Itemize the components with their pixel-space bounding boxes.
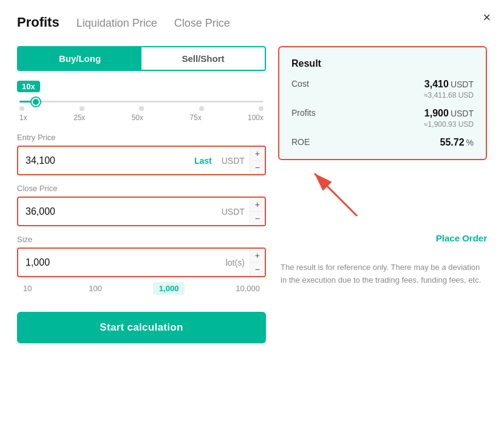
slider-dot-4 — [199, 106, 204, 111]
close-price-input[interactable] — [18, 200, 217, 223]
place-order-area: Place Order — [278, 229, 487, 247]
slider-thumb[interactable] — [32, 98, 40, 106]
entry-price-label: Entry Price — [17, 133, 266, 142]
result-label-cost: Cost — [291, 79, 309, 89]
result-cost-value: 3,410 — [424, 79, 449, 89]
close-price-increment[interactable]: + — [250, 198, 265, 212]
result-value-roe: 55.72% — [440, 137, 474, 148]
close-price-stepper: + − — [250, 198, 265, 225]
slider-dots — [19, 106, 264, 111]
trade-toggle: Buy/Long Sell/Short — [17, 46, 266, 71]
close-price-label: Close Price — [17, 184, 266, 193]
result-profits-unit: USDT — [451, 109, 474, 118]
size-increment[interactable]: + — [250, 249, 265, 263]
size-input-row: lot(s) + − — [17, 247, 266, 277]
red-arrow-svg — [296, 167, 393, 222]
slider-label-100x: 100x — [248, 113, 264, 122]
result-cost-unit: USDT — [451, 79, 474, 89]
size-decrement[interactable]: − — [250, 263, 265, 276]
close-price-input-row: USDT + − — [17, 197, 266, 226]
size-chip-10000[interactable]: 10,000 — [230, 282, 266, 295]
slider-label-1x: 1x — [19, 113, 27, 122]
entry-price-decrement[interactable]: − — [250, 161, 265, 174]
close-button[interactable]: × — [483, 11, 491, 24]
main-layout: Buy/Long Sell/Short 10x — [17, 46, 487, 343]
leverage-badge: 10x — [17, 81, 40, 92]
start-calculation-button[interactable]: Start calculation — [17, 312, 266, 343]
result-row-roe: ROE 55.72% — [291, 137, 474, 148]
arrow-annotation-area — [278, 167, 487, 222]
slider-track — [19, 101, 264, 103]
slider-dot-1 — [19, 106, 24, 111]
left-panel: Buy/Long Sell/Short 10x — [17, 46, 266, 343]
result-profits-value: 1,900 — [424, 108, 449, 118]
close-price-decrement[interactable]: − — [250, 212, 265, 225]
slider-labels: 1x 25x 50x 75x 100x — [19, 113, 264, 122]
result-roe-unit: % — [466, 138, 474, 147]
size-chip-10[interactable]: 10 — [17, 282, 38, 295]
entry-price-stepper: + − — [250, 147, 265, 174]
slider-dot-5 — [259, 106, 264, 111]
close-price-unit: USDT — [217, 207, 250, 217]
result-cost-sub: ≈3,411.68 USD — [424, 91, 474, 99]
modal-container: × Profits Liquidation Price Close Price … — [0, 0, 504, 441]
size-chip-1000[interactable]: 1,000 — [153, 282, 185, 295]
result-value-cost: 3,410USDT ≈3,411.68 USD — [424, 79, 474, 99]
slider-dot-3 — [139, 106, 144, 111]
sell-short-button[interactable]: Sell/Short — [141, 47, 265, 70]
result-label-roe: ROE — [291, 137, 310, 147]
result-row-cost: Cost 3,410USDT ≈3,411.68 USD — [291, 79, 474, 99]
entry-price-increment[interactable]: + — [250, 147, 265, 161]
tab-profits[interactable]: Profits — [17, 15, 60, 32]
leverage-area: 10x 1x 25x — [17, 81, 266, 122]
disclaimer-text: The result is for reference only. There … — [278, 254, 487, 294]
tab-close-price[interactable]: Close Price — [174, 17, 230, 31]
size-quick-select: 10 100 1,000 10,000 — [17, 282, 266, 295]
size-input[interactable] — [18, 251, 221, 274]
svg-line-1 — [315, 173, 357, 216]
slider-label-75x: 75x — [189, 113, 201, 122]
size-label: Size — [17, 235, 266, 244]
result-roe-value: 55.72 — [440, 137, 465, 147]
entry-price-suffix: Last — [189, 156, 217, 166]
leverage-slider-container: 1x 25x 50x 75x 100x — [17, 101, 266, 122]
size-stepper: + − — [250, 249, 265, 276]
place-order-link[interactable]: Place Order — [436, 233, 487, 243]
result-value-profits: 1,900USDT ≈1,900.93 USD — [424, 108, 474, 129]
result-row-profits: Profits 1,900USDT ≈1,900.93 USD — [291, 108, 474, 129]
tab-liquidation[interactable]: Liquidation Price — [77, 17, 157, 31]
result-title: Result — [291, 58, 474, 69]
size-unit: lot(s) — [221, 258, 250, 268]
entry-price-input-row: Last USDT + − — [17, 146, 266, 175]
slider-dot-2 — [80, 106, 84, 111]
slider-label-25x: 25x — [73, 113, 85, 122]
entry-price-unit: USDT — [217, 156, 250, 166]
result-box: Result Cost 3,410USDT ≈3,411.68 USD Prof… — [278, 46, 487, 160]
entry-price-input[interactable] — [18, 149, 189, 172]
buy-long-button[interactable]: Buy/Long — [18, 47, 141, 70]
slider-label-50x: 50x — [132, 113, 143, 122]
right-panel: Result Cost 3,410USDT ≈3,411.68 USD Prof… — [278, 46, 487, 343]
tab-bar: Profits Liquidation Price Close Price — [17, 15, 487, 32]
size-chip-100[interactable]: 100 — [83, 282, 108, 295]
result-label-profits: Profits — [291, 108, 316, 118]
result-profits-sub: ≈1,900.93 USD — [424, 120, 474, 129]
